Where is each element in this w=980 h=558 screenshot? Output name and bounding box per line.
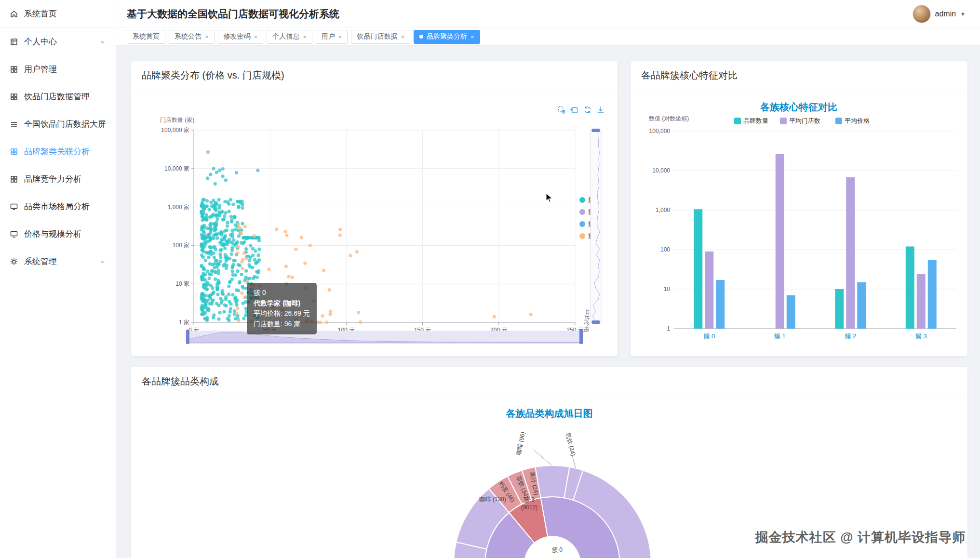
bar-簇 0-品牌数量[interactable] [694,209,702,329]
svg-text:平均价格: 平均价格 [845,117,870,124]
datazoom-handle-bottom[interactable] [592,320,600,324]
tab-2[interactable]: 修改密码× [218,30,264,44]
panel-icon [10,38,18,46]
svg-text:乳饮 (24): 乳饮 (24) [564,432,577,457]
svg-text:簇 0: 簇 0 [552,546,563,553]
sidebar: 系统首页个人中心用户管理饮品门店数据管理全国饮品门店数据大屏品牌聚类关联分析品牌… [0,0,116,558]
sidebar-item-label: 系统首页 [24,8,57,19]
monitor-icon [10,230,18,239]
close-icon[interactable]: × [401,34,404,40]
datazoom-vertical[interactable] [591,129,601,324]
bar-legend-item-2[interactable]: 平均价格 [835,117,870,124]
svg-text:10,000 家: 10,000 家 [164,165,189,172]
scatter-card-title: 品牌聚类分布 (价格 vs. 门店规模) [131,61,618,90]
svg-text:1,000: 1,000 [656,207,670,213]
datazoom-horizontal[interactable] [186,330,583,344]
refresh-icon[interactable] [583,106,592,114]
svg-text:10: 10 [664,286,671,292]
svg-text:平均门店数: 平均门店数 [789,117,820,124]
sidebar-item-0[interactable]: 系统首页 [0,0,116,28]
tab-4[interactable]: 用户× [316,30,348,44]
datazoom-handle-top[interactable] [592,129,600,132]
restore-icon[interactable] [570,106,579,114]
bar-簇 2-平均价格[interactable] [857,282,866,329]
sidebar-item-label: 用户管理 [24,64,57,75]
sidebar-item-label: 系统管理 [24,256,57,267]
bar-card: 各品牌簇核心特征对比 各族核心特征对比数值 (对数坐标)品牌数量平均门店数平均价… [631,61,967,356]
user-menu[interactable]: admin ▼ [913,5,966,23]
sidebar-item-5[interactable]: 品牌聚类关联分析 [0,138,116,165]
scatter-card: 品牌聚类分布 (价格 vs. 门店规模) 1 家10 家100 家1,000 家… [131,61,618,356]
sidebar-item-label: 价格与规模分析 [24,228,81,239]
sidebar-item-2[interactable]: 用户管理 [0,55,116,83]
svg-text:咖啡 (130): 咖啡 (130) [479,496,506,503]
sunburst-card-title: 各品牌簇品类构成 [131,367,967,396]
datazoom-handle-left[interactable] [186,330,189,344]
bar-簇 2-品牌数量[interactable] [835,289,844,329]
close-icon[interactable]: × [303,34,307,40]
bar-簇 2-平均门店数[interactable] [846,177,855,329]
svg-text:簇 2: 簇 2 [845,332,856,340]
svg-text:1,000 家: 1,000 家 [168,204,189,211]
scatter-chart[interactable]: 1 家10 家100 家1,000 家10,000 家100,000 家0 元5… [131,90,618,357]
bar-簇 3-品牌数量[interactable] [906,247,914,329]
bar-簇 1-平均价格[interactable] [787,295,795,329]
tab-0[interactable]: 系统首页 [127,30,165,44]
svg-text:100: 100 [660,246,670,253]
tab-label: 修改密码 [224,32,251,41]
gear-icon [10,257,18,266]
sidebar-item-label: 全国饮品门店数据大屏 [24,119,106,130]
bar-簇 3-平均门店数[interactable] [917,274,926,329]
svg-text:100 家: 100 家 [173,242,189,249]
tab-6[interactable]: 品牌聚类分析× [414,30,480,44]
sidebar-item-4[interactable]: 全国饮品门店数据大屏 [0,110,116,138]
close-icon[interactable]: × [470,34,474,40]
chevron-down-icon [99,258,106,265]
grid-icon [10,65,18,74]
zoom-box-icon[interactable] [557,106,566,114]
chevron-down-icon: ▼ [960,11,966,17]
bar-chart[interactable]: 各族核心特征对比数值 (对数坐标)品牌数量平均门店数平均价格1101001,00… [631,90,967,357]
bar-legend-item-0[interactable]: 品牌数量 [734,117,768,124]
tab-3[interactable]: 个人信息× [267,30,312,44]
bar-簇 0-平均价格[interactable] [716,280,725,329]
svg-text:数值 (对数坐标): 数值 (对数坐标) [649,115,689,122]
svg-text:簇 0: 簇 0 [703,332,715,340]
watermark: 掘金技术社区 @ 计算机毕设指导师 [755,529,966,546]
sidebar-item-6[interactable]: 品牌竞争力分析 [0,165,116,193]
download-icon[interactable] [596,106,605,114]
svg-text:1: 1 [667,325,670,332]
svg-text:(9012): (9012) [521,504,538,511]
svg-text:簇 3: 簇 3 [524,496,535,503]
tab-bar: 系统首页系统公告×修改密码×个人信息×用户×饮品门店数据×品牌聚类分析× [116,28,980,46]
sidebar-item-7[interactable]: 品类市场格局分析 [0,193,116,220]
svg-text:100,000 家: 100,000 家 [161,127,189,133]
close-icon[interactable]: × [205,34,209,40]
sunburst-segment-咖啡 (96)[interactable] [535,465,569,498]
sunburst-chart-title: 各族品类构成旭日图 [131,407,967,420]
datazoom-handle-right[interactable] [579,330,583,344]
avatar[interactable] [913,5,931,23]
sidebar-item-8[interactable]: 价格与规模分析 [0,220,116,248]
sidebar-item-9[interactable]: 系统管理 [0,248,116,275]
username: admin [935,10,956,18]
svg-text:品牌数量: 品牌数量 [743,117,768,124]
bar-簇 3-平均价格[interactable] [928,260,937,329]
tab-5[interactable]: 饮品门店数据× [351,30,410,44]
close-icon[interactable]: × [254,34,258,40]
sidebar-item-label: 个人中心 [24,36,57,47]
bar-簇 0-平均门店数[interactable] [705,252,713,329]
sidebar-item-3[interactable]: 饮品门店数据管理 [0,83,116,110]
chart-toolbox [557,106,605,114]
tab-label: 用户 [322,32,335,41]
sidebar-item-1[interactable]: 个人中心 [0,28,116,55]
bar-legend-item-1[interactable]: 平均门店数 [780,117,820,124]
svg-text:10,000: 10,000 [652,167,670,174]
bar-簇 1-平均门店数[interactable] [776,154,784,329]
svg-text:簇 1: 簇 1 [774,332,786,340]
svg-text:簇 3: 簇 3 [915,332,927,340]
tab-label: 饮品门店数据 [357,32,397,41]
tab-1[interactable]: 系统公告× [169,30,215,44]
active-tab-dot [419,35,423,39]
close-icon[interactable]: × [338,34,342,40]
